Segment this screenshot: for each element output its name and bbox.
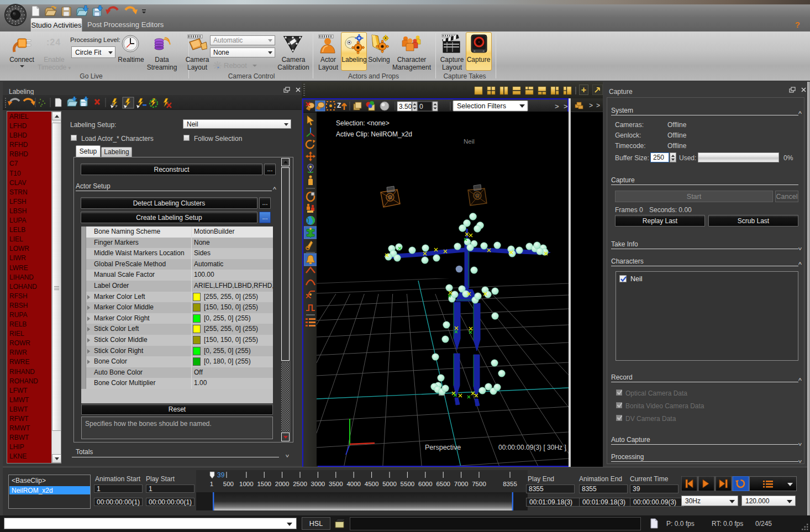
svg-text:Selection: <none>: Selection: <none> [336,119,390,127]
svg-text:1: 1 [210,481,213,487]
svg-text:4000: 4000 [346,481,361,487]
svg-text:4500: 4500 [365,481,379,487]
svg-text:8355: 8355 [503,481,517,487]
svg-text:500: 500 [223,481,234,487]
svg-text:7500: 7500 [472,481,486,487]
svg-text:00:00:00.09(3) [ 30Hz ]: 00:00:00.09(3) [ 30Hz ] [498,444,566,451]
svg-text:3500: 3500 [329,481,343,487]
svg-text:>: > [564,102,568,110]
svg-text:5000: 5000 [382,481,397,487]
svg-text:Active Clip: NeilROM_x2d: Active Clip: NeilROM_x2d [336,130,412,138]
svg-text:6000: 6000 [418,481,433,487]
svg-text:3000: 3000 [311,481,325,487]
svg-text:39: 39 [217,471,225,479]
svg-text:>: > [555,102,559,110]
svg-text:5500: 5500 [401,481,415,487]
svg-text:6500: 6500 [436,481,450,487]
svg-text:Selection Filters: Selection Filters [457,102,506,110]
svg-text:Z: Z [337,102,341,109]
svg-text:3.50: 3.50 [399,103,412,110]
svg-text:1500: 1500 [257,481,271,487]
svg-text:1000: 1000 [239,481,254,487]
svg-text:>: > [596,102,600,109]
svg-text:7000: 7000 [454,481,469,487]
svg-text:Perspective: Perspective [425,444,461,451]
svg-text:2000: 2000 [275,481,290,487]
svg-text:0: 0 [419,103,423,110]
svg-text:2500: 2500 [293,481,307,487]
svg-text:>: > [589,102,593,109]
svg-text:Neil: Neil [464,138,475,145]
